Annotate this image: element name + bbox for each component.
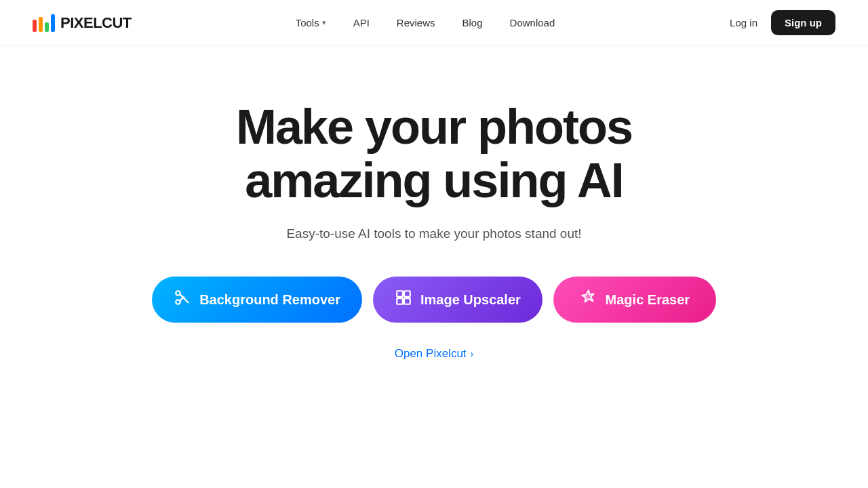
logo-icon [33,14,55,32]
navigation: PIXELCUT Tools ▾ API Reviews Blog Downlo… [0,0,868,46]
background-remover-button[interactable]: Background Remover [152,277,362,323]
nav-item-reviews[interactable]: Reviews [386,12,446,34]
hero-subtitle: Easy-to-use AI tools to make your photos… [286,226,581,241]
svg-rect-7 [404,298,410,304]
hero-title: Make your photos amazing using AI [142,100,726,207]
hero-section: Make your photos amazing using AI Easy-t… [0,46,868,401]
nav-actions: Log in Sign up [719,10,835,35]
nav-item-tools[interactable]: Tools ▾ [285,12,337,34]
image-upscaler-button[interactable]: Image Upscaler [373,277,542,323]
magic-eraser-label: Magic Eraser [606,292,690,308]
image-upscaler-label: Image Upscaler [420,292,521,308]
nav-item-api[interactable]: API [342,12,380,34]
svg-line-3 [180,297,184,301]
open-pixelcut-link[interactable]: Open Pixelcut › [395,347,474,361]
cta-buttons-group: Background Remover Image Upscaler Magic … [152,277,716,323]
magic-eraser-icon [580,289,597,310]
chevron-right-icon: › [471,348,474,359]
svg-rect-6 [397,298,403,304]
background-remover-label: Background Remover [199,292,340,308]
svg-rect-5 [404,291,410,298]
upscaler-icon [395,289,412,310]
logo[interactable]: PIXELCUT [33,14,132,32]
nav-links: Tools ▾ API Reviews Blog Download [285,12,566,34]
chevron-down-icon: ▾ [322,18,326,27]
svg-line-2 [180,295,188,303]
svg-rect-4 [397,291,403,298]
magic-eraser-button[interactable]: Magic Eraser [553,277,716,323]
scissors-icon [174,289,191,310]
login-button[interactable]: Log in [719,12,768,34]
signup-button[interactable]: Sign up [771,10,835,35]
logo-text: PIXELCUT [60,14,132,32]
nav-item-blog[interactable]: Blog [452,12,494,34]
nav-item-download[interactable]: Download [499,12,566,34]
open-pixelcut-label: Open Pixelcut [395,347,467,361]
